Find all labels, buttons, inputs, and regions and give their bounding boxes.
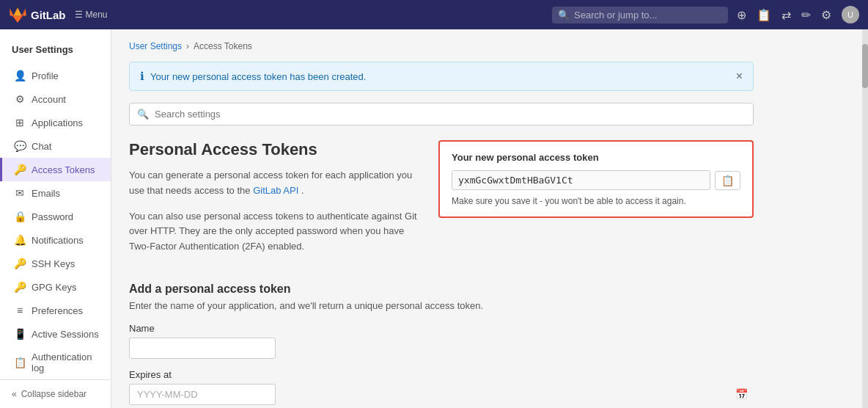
collapse-sidebar-button[interactable]: « Collapse sidebar bbox=[0, 379, 111, 408]
success-alert: ℹ Your new personal access token has bee… bbox=[129, 62, 754, 91]
global-search[interactable]: 🔍 bbox=[552, 7, 728, 23]
emails-icon: ✉ bbox=[14, 187, 26, 199]
search-icon: 🔍 bbox=[558, 10, 570, 21]
gitlab-api-link[interactable]: GitLab API bbox=[253, 185, 298, 196]
expires-input[interactable] bbox=[129, 384, 276, 405]
gpg-icon: 🔑 bbox=[14, 281, 26, 293]
info-icon: ℹ bbox=[140, 70, 144, 83]
breadcrumb: User Settings › Access Tokens bbox=[129, 41, 754, 51]
app-name: GitLab bbox=[31, 9, 66, 21]
sidebar-item-gpg-keys[interactable]: 🔑 GPG Keys bbox=[0, 275, 111, 299]
add-token-desc: Enter the name of your application, and … bbox=[129, 300, 754, 311]
password-icon: 🔒 bbox=[14, 211, 26, 222]
notifications-icon: 🔔 bbox=[14, 234, 26, 246]
sidebar-item-label: Applications bbox=[32, 117, 83, 128]
sidebar-item-label: SSH Keys bbox=[32, 258, 75, 269]
sidebar-item-active-sessions[interactable]: 📱 Active Sessions bbox=[0, 322, 111, 346]
sidebar-item-ssh-keys[interactable]: 🔑 SSH Keys bbox=[0, 252, 111, 275]
expires-form-group: Expires at 📅 bbox=[129, 369, 754, 405]
calendar-icon[interactable]: 📅 bbox=[735, 388, 748, 400]
sidebar-item-label: Notifications bbox=[32, 235, 84, 246]
token-value-input[interactable] bbox=[452, 170, 710, 190]
hamburger-icon: ☰ bbox=[75, 10, 83, 20]
sidebar-item-applications[interactable]: ⊞ Applications bbox=[0, 111, 111, 134]
sidebar: User Settings 👤 Profile ⚙ Account ⊞ Appl… bbox=[0, 29, 111, 408]
applications-icon: ⊞ bbox=[14, 117, 26, 128]
breadcrumb-current: Access Tokens bbox=[194, 41, 252, 51]
preferences-icon: ≡ bbox=[14, 305, 26, 316]
sidebar-item-chat[interactable]: 💬 Chat bbox=[0, 134, 111, 158]
token-warning: Make sure you save it - you won't be abl… bbox=[452, 196, 740, 206]
sidebar-item-label: Emails bbox=[32, 188, 60, 199]
account-icon: ⚙ bbox=[14, 93, 26, 105]
token-box-title: Your new personal access token bbox=[452, 152, 740, 163]
settings-search-input[interactable] bbox=[155, 109, 746, 120]
plus-icon[interactable]: ⊕ bbox=[737, 8, 746, 22]
menu-button[interactable]: ☰ Menu bbox=[75, 10, 108, 20]
access-tokens-icon: 🔑 bbox=[14, 164, 26, 175]
breadcrumb-separator: › bbox=[186, 41, 189, 51]
sidebar-item-access-tokens[interactable]: 🔑 Access Tokens bbox=[0, 158, 111, 181]
sessions-icon: 📱 bbox=[14, 328, 26, 340]
name-input[interactable] bbox=[129, 338, 276, 359]
sidebar-item-preferences[interactable]: ≡ Preferences bbox=[0, 299, 111, 322]
name-label: Name bbox=[129, 323, 754, 334]
expires-label: Expires at bbox=[129, 369, 754, 380]
settings-search[interactable]: 🔍 bbox=[129, 103, 754, 125]
breadcrumb-parent-link[interactable]: User Settings bbox=[129, 41, 182, 51]
ssh-icon: 🔑 bbox=[14, 258, 26, 269]
new-token-box: Your new personal access token 📋 Make su… bbox=[438, 140, 754, 218]
user-settings-icon[interactable]: ⚙ bbox=[821, 8, 831, 22]
todo-icon[interactable]: 📋 bbox=[757, 8, 771, 22]
sidebar-item-label: Authentication log bbox=[32, 351, 99, 374]
sidebar-item-label: Active Sessions bbox=[32, 329, 99, 340]
profile-icon: 👤 bbox=[14, 70, 26, 81]
sidebar-item-label: Password bbox=[32, 211, 73, 222]
sidebar-item-label: Chat bbox=[32, 141, 51, 152]
merge-request-icon[interactable]: ⇄ bbox=[781, 8, 791, 22]
avatar[interactable]: U bbox=[842, 6, 859, 23]
gitlab-logo[interactable]: GitLab bbox=[9, 6, 66, 23]
add-token-title: Add a personal access token bbox=[129, 275, 754, 296]
search-input[interactable] bbox=[574, 10, 722, 21]
sidebar-item-notifications[interactable]: 🔔 Notifications bbox=[0, 228, 111, 252]
copy-token-button[interactable]: 📋 bbox=[715, 171, 740, 190]
alert-close-button[interactable]: × bbox=[736, 70, 743, 83]
sidebar-item-label: Preferences bbox=[32, 305, 83, 316]
date-input-wrapper: 📅 bbox=[129, 384, 754, 405]
edit-icon[interactable]: ✏ bbox=[801, 8, 811, 22]
sidebar-item-label: Account bbox=[32, 94, 66, 105]
navbar-icons: ⊕ 📋 ⇄ ✏ ⚙ U bbox=[737, 6, 859, 23]
sidebar-item-label: Access Tokens bbox=[32, 164, 95, 175]
sidebar-title: User Settings bbox=[0, 38, 111, 64]
collapse-icon: « bbox=[12, 389, 17, 399]
navbar: GitLab ☰ Menu 🔍 ⊕ 📋 ⇄ ✏ ⚙ U bbox=[0, 0, 868, 29]
add-token-section: Add a personal access token Enter the na… bbox=[129, 275, 754, 408]
sidebar-item-profile[interactable]: 👤 Profile bbox=[0, 64, 111, 87]
scrollbar-thumb[interactable] bbox=[862, 44, 868, 88]
alert-message: Your new personal access token has been … bbox=[150, 71, 366, 82]
auth-log-icon: 📋 bbox=[14, 357, 26, 368]
sidebar-item-auth-log[interactable]: 📋 Authentication log bbox=[0, 346, 111, 379]
name-form-group: Name bbox=[129, 323, 754, 359]
sidebar-item-label: Profile bbox=[32, 70, 59, 81]
sidebar-item-label: GPG Keys bbox=[32, 282, 76, 293]
sidebar-item-password[interactable]: 🔒 Password bbox=[0, 205, 111, 228]
main-content: User Settings › Access Tokens ℹ Your new… bbox=[111, 29, 868, 408]
scrollbar[interactable] bbox=[862, 29, 868, 408]
search-icon: 🔍 bbox=[137, 109, 149, 120]
chat-icon: 💬 bbox=[14, 140, 26, 152]
sidebar-item-account[interactable]: ⚙ Account bbox=[0, 87, 111, 111]
sidebar-item-emails[interactable]: ✉ Emails bbox=[0, 181, 111, 205]
